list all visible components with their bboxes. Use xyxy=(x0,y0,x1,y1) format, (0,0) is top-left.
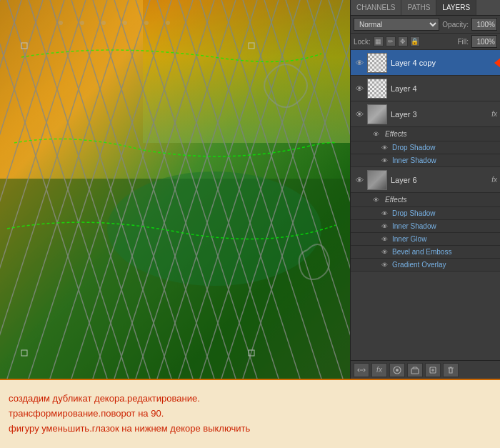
svg-point-44 xyxy=(166,21,170,25)
effect-name-innershadow: Inner Shadow xyxy=(392,156,436,164)
delete-layer-button[interactable] xyxy=(443,363,459,377)
layer-name-layer3: Layer 3 xyxy=(391,110,489,119)
fill-label: Fill: xyxy=(457,38,469,46)
effect-eye-drop-layer6[interactable]: 👁 xyxy=(379,209,389,219)
layer-item-layer3[interactable]: 👁 Layer 3 fx xyxy=(351,101,500,127)
layer-item-layer4[interactable]: 👁 Layer 4 xyxy=(351,76,500,101)
add-mask-button[interactable] xyxy=(389,363,405,377)
opacity-input[interactable] xyxy=(471,18,497,31)
layer-thumb-layer3 xyxy=(367,104,387,124)
canvas-background xyxy=(0,0,350,379)
effect-name-gradient-layer6: Gradient Overlay xyxy=(392,261,446,269)
effects-label: Effects xyxy=(385,130,407,138)
lock-all-btn[interactable]: 🔒 xyxy=(410,36,420,46)
svg-point-41 xyxy=(101,21,106,25)
add-layer-style-button[interactable]: fx xyxy=(371,363,387,377)
effects-visibility-icon[interactable]: 👁 xyxy=(371,129,381,139)
fx-icon: fx xyxy=(376,366,382,374)
effect-name-dropshadow: Drop Shadow xyxy=(392,144,436,151)
effects-group-layer6: 👁 Effects 👁 Drop Shadow 👁 Inner Shadow 👁… xyxy=(351,193,500,272)
effect-eye-bevel-layer6[interactable]: 👁 xyxy=(379,247,389,257)
bottom-text-line1: создадим дубликат декора.редактирование. xyxy=(9,392,491,407)
effect-eye-gradient-layer6[interactable]: 👁 xyxy=(379,260,389,270)
main-container: CHANNELS PATHS LAYERS Normal Multiply Sc… xyxy=(0,0,500,448)
effects-group-layer3: 👁 Effects 👁 Drop Shadow 👁 Inner Shadow xyxy=(351,127,500,167)
effect-eye-inner-layer6[interactable]: 👁 xyxy=(379,221,389,232)
layers-list: 👁 Layer 4 copy 👁 Layer 4 xyxy=(351,50,500,360)
tab-paths[interactable]: PATHS xyxy=(401,0,436,15)
visibility-icon-layer4[interactable]: 👁 xyxy=(354,83,365,94)
svg-point-39 xyxy=(59,21,63,25)
svg-rect-1 xyxy=(143,0,350,143)
canvas-area xyxy=(0,0,350,379)
effects-visibility-icon-layer6[interactable]: 👁 xyxy=(371,195,381,205)
effect-visibility-icon-2[interactable]: 👁 xyxy=(379,156,389,166)
effect-item-innershadow-layer6[interactable]: 👁 Inner Shadow xyxy=(351,220,500,233)
fill-input[interactable] xyxy=(471,35,497,48)
blend-mode-row: Normal Multiply Screen Opacity: xyxy=(351,16,500,34)
layer-name-layer4: Layer 4 xyxy=(391,84,497,93)
effect-item-gradient-layer6[interactable]: 👁 Gradient Overlay xyxy=(351,259,500,272)
blend-mode-select[interactable]: Normal Multiply Screen xyxy=(354,18,439,31)
visibility-icon-layer3[interactable]: 👁 xyxy=(354,109,365,120)
panel-tabs: CHANNELS PATHS LAYERS xyxy=(351,0,500,16)
layer-thumb-layer4 xyxy=(367,79,387,99)
layer-name-layer4copy: Layer 4 copy xyxy=(391,59,497,67)
layer-name-layer6: Layer 6 xyxy=(391,176,489,184)
lock-label: Lock: xyxy=(354,38,371,46)
effects-label-layer6: Effects xyxy=(385,196,407,204)
svg-point-42 xyxy=(123,21,127,25)
link-layers-button[interactable] xyxy=(354,363,369,377)
visibility-icon-layer6[interactable]: 👁 xyxy=(354,174,365,186)
layer-item-layer6[interactable]: 👁 Layer 6 fx xyxy=(351,167,500,193)
top-area: CHANNELS PATHS LAYERS Normal Multiply Sc… xyxy=(0,0,500,379)
effect-visibility-icon[interactable]: 👁 xyxy=(379,143,389,153)
panel-toolbar: fx xyxy=(351,360,500,379)
create-group-button[interactable] xyxy=(407,363,423,377)
effect-item-bevel-layer6[interactable]: 👁 Bevel and Emboss xyxy=(351,246,500,259)
svg-rect-51 xyxy=(411,369,419,374)
opacity-label: Opacity: xyxy=(442,21,469,29)
bottom-text-line3: фигуру уменьшить.глазок на нижнем декоре… xyxy=(9,422,491,437)
svg-point-43 xyxy=(144,21,149,25)
bottom-text-area: создадим дубликат декора.редактирование.… xyxy=(0,379,500,448)
effects-header-layer3[interactable]: 👁 Effects xyxy=(351,127,500,141)
effect-item-dropshadow-layer6[interactable]: 👁 Drop Shadow xyxy=(351,207,500,220)
lock-icons: ▦ ✏ ✥ 🔒 xyxy=(374,36,420,46)
effect-name-inner-layer6: Inner Shadow xyxy=(392,222,436,230)
lock-transparent-btn[interactable]: ▦ xyxy=(374,36,384,46)
canvas-content-svg xyxy=(0,0,350,379)
layer-thumb-layer4copy xyxy=(367,53,387,73)
svg-point-40 xyxy=(80,21,84,25)
layer-item-layer4copy[interactable]: 👁 Layer 4 copy xyxy=(351,50,500,76)
effect-item-innershadow-layer3[interactable]: 👁 Inner Shadow xyxy=(351,154,500,167)
bottom-text-line2: трансформирование.поворот на 90. xyxy=(9,407,491,422)
effect-name-bevel-layer6: Bevel and Emboss xyxy=(392,248,451,256)
tab-layers[interactable]: LAYERS xyxy=(436,0,476,15)
fx-badge-layer6: fx xyxy=(491,176,497,184)
tab-channels[interactable]: CHANNELS xyxy=(351,0,401,15)
effect-name-glow-layer6: Inner Glow xyxy=(392,235,426,243)
effect-eye-glow-layer6[interactable]: 👁 xyxy=(379,234,389,244)
effect-name-drop-layer6: Drop Shadow xyxy=(392,209,436,217)
effects-header-layer6[interactable]: 👁 Effects xyxy=(351,193,500,207)
lock-row: Lock: ▦ ✏ ✥ 🔒 Fill: xyxy=(351,34,500,50)
svg-rect-50 xyxy=(396,369,399,372)
create-new-layer-button[interactable] xyxy=(425,363,441,377)
layer-thumb-layer6 xyxy=(367,170,387,190)
fx-badge-layer3: fx xyxy=(491,110,497,118)
layers-panel: CHANNELS PATHS LAYERS Normal Multiply Sc… xyxy=(350,0,500,379)
effect-item-dropshadow-layer3[interactable]: 👁 Drop Shadow xyxy=(351,141,500,154)
lock-move-btn[interactable]: ✥ xyxy=(398,36,408,46)
lock-pixels-btn[interactable]: ✏ xyxy=(386,36,396,46)
selected-arrow-indicator xyxy=(494,57,500,69)
effect-item-innerglow-layer6[interactable]: 👁 Inner Glow xyxy=(351,233,500,246)
visibility-icon-layer4copy[interactable]: 👁 xyxy=(354,57,365,69)
